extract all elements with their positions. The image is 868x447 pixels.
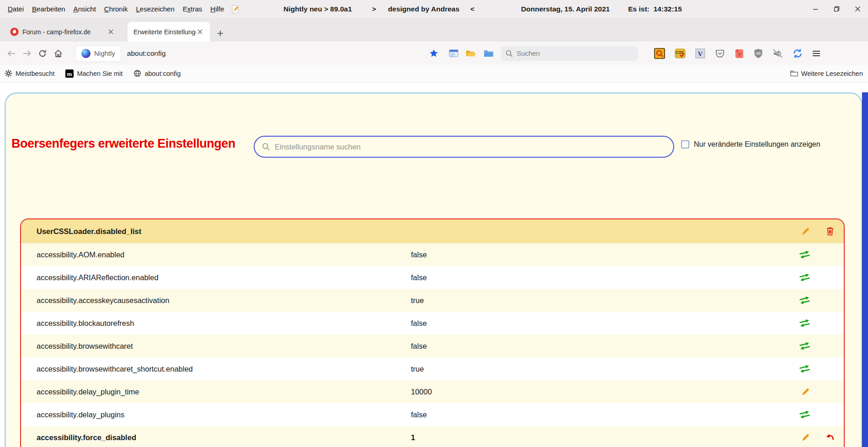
- navigation-toolbar: Nightly about:config CSSVuO: [0, 42, 868, 65]
- muted-megaphone-icon[interactable]: [772, 49, 783, 58]
- pref-row: accessibility.delay_pluginsfalse: [21, 403, 844, 426]
- identity-label: Nightly: [94, 49, 115, 57]
- edit-pencil-icon[interactable]: [801, 388, 810, 396]
- toggle-boolean-icon[interactable]: [799, 250, 810, 259]
- tab-close-icon[interactable]: [107, 28, 115, 36]
- identity-box[interactable]: Nightly: [76, 46, 121, 61]
- pref-value: false: [411, 410, 427, 419]
- title-time-label: Es ist:: [628, 5, 650, 13]
- pref-value: true: [411, 296, 424, 305]
- quicksearch-icon[interactable]: [654, 48, 665, 59]
- delete-trash-icon[interactable]: [826, 227, 834, 236]
- page-scrollbar[interactable]: [862, 92, 868, 447]
- titlebar: DateiBearbeitenAnsichtChronikLesezeichen…: [0, 0, 868, 18]
- pocket-icon[interactable]: [715, 48, 725, 59]
- menu-item[interactable]: Chronik: [100, 5, 132, 13]
- restore-button[interactable]: [826, 0, 847, 18]
- svg-text:V: V: [698, 50, 703, 57]
- home-icon[interactable]: [50, 46, 66, 61]
- v-badge-icon[interactable]: V: [695, 48, 705, 59]
- camp-firefox-flame-icon: [10, 27, 19, 36]
- about-config-page: Boersenfegers erweiterte Einstellungen N…: [5, 92, 863, 447]
- toolbar-search[interactable]: [501, 46, 638, 61]
- tab-close-icon[interactable]: [196, 28, 204, 36]
- toggle-boolean-icon[interactable]: [799, 341, 810, 351]
- blue-folder-icon[interactable]: [484, 49, 494, 57]
- menubar: DateiBearbeitenAnsichtChronikLesezeichen…: [4, 5, 228, 13]
- pref-row: accessibility.delay_plugin_time10000: [21, 380, 844, 403]
- tab-strip: Forum - camp-firefox.de Erweiterte Einst…: [0, 18, 868, 42]
- extension-buttons: CSSVuO: [644, 48, 803, 59]
- menu-item[interactable]: Datei: [4, 5, 28, 13]
- edit-pencil-icon[interactable]: [801, 227, 810, 236]
- close-button[interactable]: [847, 0, 868, 18]
- svg-text:uO: uO: [756, 52, 761, 55]
- menu-item[interactable]: Extras: [179, 5, 207, 13]
- reset-undo-icon[interactable]: [825, 433, 834, 442]
- notes-pencil-icon[interactable]: [232, 5, 240, 14]
- bookmark-label: about:config: [144, 70, 181, 77]
- reload-icon[interactable]: [35, 46, 50, 61]
- tab-forum-camp-firefox[interactable]: Forum - camp-firefox.de: [5, 22, 120, 42]
- toggle-boolean-icon[interactable]: [799, 296, 810, 305]
- sync-icon[interactable]: [793, 48, 803, 59]
- pref-search-input[interactable]: [275, 143, 650, 151]
- page-title: Boersenfegers erweiterte Einstellungen: [11, 137, 235, 151]
- menu-item[interactable]: Bearbeiten: [28, 5, 69, 13]
- pref-row: accessibility.accesskeycausesactivationt…: [21, 289, 844, 312]
- pref-name: UserCSSLoader.disabled_list: [37, 227, 141, 236]
- modified-prefs-filter: Nur veränderte Einstellungen anzeigen: [681, 140, 820, 149]
- title-credit-text: designed by Andreas: [388, 5, 459, 13]
- toggle-boolean-icon[interactable]: [799, 319, 810, 328]
- minimize-button[interactable]: [805, 0, 826, 18]
- open-folder-icon[interactable]: [466, 49, 476, 58]
- gear-icon: [5, 69, 12, 77]
- m-badge-icon: m: [65, 69, 74, 78]
- toggle-boolean-icon[interactable]: [799, 273, 810, 282]
- pref-name: accessibility.ARIAReflection.enabled: [37, 273, 159, 282]
- stylus-css-icon[interactable]: CSS: [675, 48, 686, 59]
- pref-row: accessibility.AOM.enabledfalse: [21, 243, 844, 266]
- pref-search-box[interactable]: [254, 136, 674, 158]
- pref-value: false: [411, 319, 427, 328]
- tab-erweiterte-einstellungen[interactable]: Erweiterte Einstellungen: [128, 22, 210, 42]
- title-separator: <: [470, 5, 474, 13]
- menu-item[interactable]: Lesezeichen: [132, 5, 179, 13]
- new-tab-plus-icon[interactable]: [217, 30, 224, 37]
- pref-name: accessibility.browsewithcaret_shortcut.e…: [37, 365, 193, 373]
- back-icon[interactable]: [4, 46, 19, 61]
- bookmark-star-icon[interactable]: [426, 46, 442, 61]
- bookmark-label: Weitere Lesezeichen: [801, 70, 863, 77]
- svg-text:CSS: CSS: [676, 50, 684, 55]
- toggle-boolean-icon[interactable]: [799, 410, 810, 419]
- bookmark-item[interactable]: Meistbesucht: [5, 69, 54, 77]
- sidebar-window-icon[interactable]: [449, 49, 458, 57]
- modified-only-checkbox[interactable]: [681, 140, 689, 149]
- title-separator: >: [372, 5, 376, 13]
- userscript-scroll-icon[interactable]: [735, 48, 744, 59]
- search-input[interactable]: [517, 49, 626, 57]
- bookmark-other-bookmarks[interactable]: Weitere Lesezeichen: [790, 70, 863, 77]
- pref-row: accessibility.browsewithcaret_shortcut.e…: [21, 357, 844, 380]
- toggle-boolean-icon[interactable]: [799, 364, 810, 373]
- bookmark-items: MeistbesuchtmMachen Sie mitabout:config: [5, 69, 192, 78]
- menu-item[interactable]: Hilfe: [206, 5, 228, 13]
- search-icon: [506, 50, 513, 57]
- edit-pencil-icon[interactable]: [801, 433, 810, 442]
- ublock-shield-icon[interactable]: uO: [754, 48, 763, 59]
- bookmark-item[interactable]: about:config: [133, 69, 181, 77]
- pref-row: accessibility.browsewithcaretfalse: [21, 335, 844, 357]
- bookmark-label: Meistbesucht: [16, 70, 54, 77]
- title-version-text: Nightly neu > 89.0a1: [283, 5, 351, 13]
- pref-name: accessibility.browsewithcaret: [37, 342, 133, 351]
- bookmark-item[interactable]: mMachen Sie mit: [65, 69, 122, 78]
- forward-icon[interactable]: [19, 46, 35, 61]
- pref-name: accessibility.delay_plugin_time: [37, 388, 139, 396]
- hamburger-menu-icon[interactable]: [812, 50, 820, 57]
- pref-name: accessibility.accesskeycausesactivation: [37, 296, 169, 305]
- url-bar-text[interactable]: about:config: [127, 49, 165, 58]
- pref-name: accessibility.delay_plugins: [37, 410, 124, 419]
- title-clock-value: 14:32:15: [654, 5, 682, 13]
- menu-item[interactable]: Ansicht: [69, 5, 100, 13]
- title-date-text: Donnerstag, 15. April 2021: [521, 5, 610, 13]
